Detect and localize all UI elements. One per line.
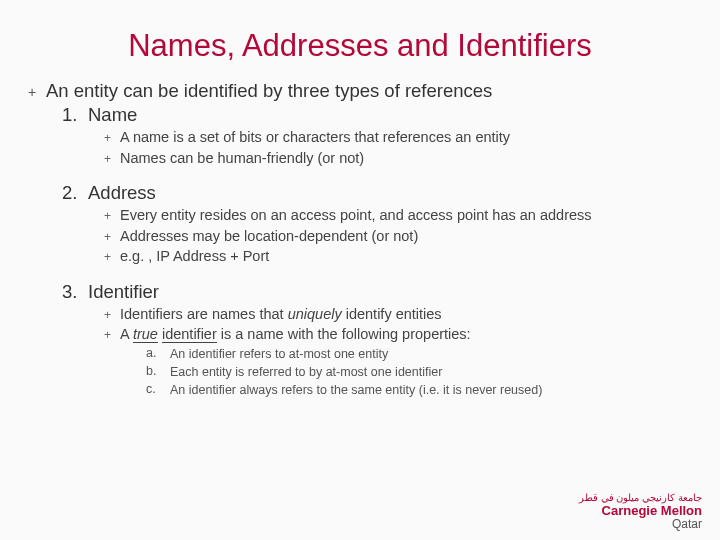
sub-point-text: Every entity resides on an access point,… (120, 206, 592, 226)
sections-container: 1.Name+A name is a set of bits or charac… (28, 104, 692, 399)
section-gap (28, 168, 692, 180)
abc-label: b. (146, 364, 170, 378)
abc-text: Each entity is referred to by at-most on… (170, 364, 442, 381)
section-heading: Name (88, 104, 137, 126)
section-heading-row: 1.Name (62, 104, 692, 126)
section-heading: Address (88, 182, 156, 204)
sub-point-text: A true identifier is a name with the fol… (120, 325, 471, 345)
logo: جامعة كارنيجي ميلون في قطر Carnegie Mell… (579, 492, 702, 530)
bullet-icon: + (104, 227, 120, 244)
logo-cm: Carnegie Mellon (602, 503, 702, 518)
bullet-icon: + (104, 128, 120, 145)
abc-row: b.Each entity is referred to by at-most … (146, 364, 692, 381)
sub-point-row: +Every entity resides on an access point… (104, 206, 692, 226)
section-number: 3. (62, 281, 88, 303)
section-heading-row: 2.Address (62, 182, 692, 204)
sub-point-row: +A name is a set of bits or characters t… (104, 128, 692, 148)
abc-label: a. (146, 346, 170, 360)
abc-text: An identifier refers to at-most one enti… (170, 346, 388, 363)
abc-label: c. (146, 382, 170, 396)
slide: Names, Addresses and Identifiers + An en… (0, 0, 720, 399)
bullet-icon: + (104, 325, 120, 342)
logo-qatar: Qatar (672, 517, 702, 531)
section-heading: Identifier (88, 281, 159, 303)
section-heading-row: 3.Identifier (62, 281, 692, 303)
bullet-icon: + (104, 305, 120, 322)
slide-title: Names, Addresses and Identifiers (28, 28, 692, 64)
section-gap (28, 267, 692, 279)
sub-point-text: A name is a set of bits or characters th… (120, 128, 510, 148)
sub-point-row: +Addresses may be location-dependent (or… (104, 227, 692, 247)
sub-point-text: e.g. , IP Address + Port (120, 247, 269, 267)
logo-arabic: جامعة كارنيجي ميلون في قطر (579, 492, 702, 503)
section-number: 1. (62, 104, 88, 126)
section-number: 2. (62, 182, 88, 204)
sub-point-text: Identifiers are names that uniquely iden… (120, 305, 442, 325)
sub-point-row: +A true identifier is a name with the fo… (104, 325, 692, 345)
abc-text: An identifier always refers to the same … (170, 382, 542, 399)
sub-point-text: Names can be human-friendly (or not) (120, 149, 364, 169)
sub-point-row: +Names can be human-friendly (or not) (104, 149, 692, 169)
bullet-icon: + (28, 80, 46, 100)
intro-text: An entity can be identified by three typ… (46, 80, 492, 102)
sub-point-text: Addresses may be location-dependent (or … (120, 227, 418, 247)
sub-point-row: +e.g. , IP Address + Port (104, 247, 692, 267)
sub-point-row: +Identifiers are names that uniquely ide… (104, 305, 692, 325)
bullet-icon: + (104, 149, 120, 166)
intro-row: + An entity can be identified by three t… (28, 80, 692, 102)
bullet-icon: + (104, 247, 120, 264)
abc-row: a.An identifier refers to at-most one en… (146, 346, 692, 363)
bullet-icon: + (104, 206, 120, 223)
logo-text: Carnegie Mellon Qatar (579, 504, 702, 530)
abc-row: c.An identifier always refers to the sam… (146, 382, 692, 399)
